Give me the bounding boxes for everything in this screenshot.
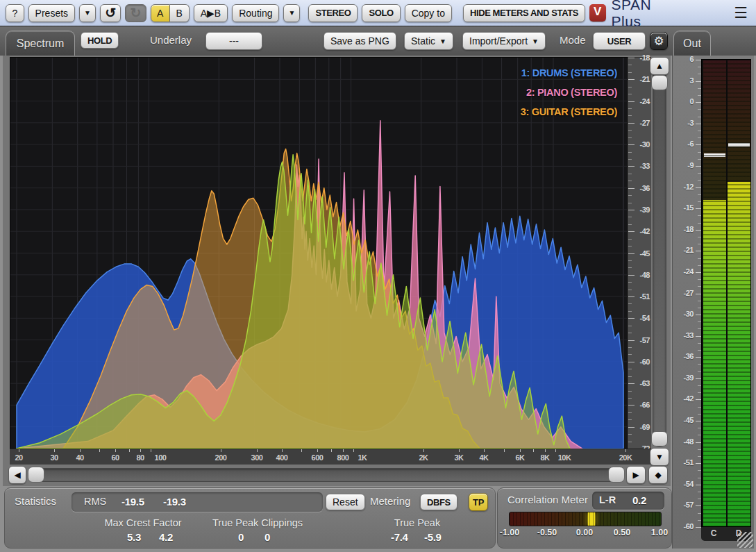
freq-tick — [221, 449, 221, 452]
rms-value-left: -19.5 — [121, 496, 144, 508]
stat-value: 0 — [264, 531, 270, 543]
correlation-title[interactable]: Correlation Meter — [507, 494, 588, 505]
import-export-dropdown[interactable]: Import/Export ▼ — [462, 32, 546, 50]
correlation-value: 0.2 — [632, 494, 646, 506]
help-button[interactable]: ? — [6, 4, 24, 22]
spectrum-plot[interactable]: 1: DRUMS (STEREO)2: PIANO (STEREO)3: GUI… — [10, 57, 628, 449]
undo-icon[interactable]: ↺ — [100, 4, 121, 22]
db-label: -45 — [632, 249, 650, 258]
voxengo-logo-icon: V — [589, 4, 606, 22]
hold-button[interactable]: HOLD — [81, 32, 119, 49]
controls-row: Spectrum HOLD Underlay --- Save as PNG S… — [0, 26, 756, 56]
db-tick — [628, 159, 632, 160]
routing-button[interactable]: Routing — [232, 4, 279, 22]
underlay-select[interactable]: --- — [205, 32, 262, 50]
tp-button[interactable]: TP — [469, 493, 488, 511]
db-tick — [628, 369, 632, 369]
meter-tick — [696, 336, 701, 337]
freq-label: 60 — [111, 453, 119, 462]
correlation-meter-bar — [509, 512, 662, 526]
meter-tick — [696, 187, 701, 188]
meter-label: -24 — [674, 267, 694, 276]
db-label: -66 — [632, 401, 650, 409]
stat-label: True Peak Clippings — [212, 517, 303, 528]
correlation-scale-label: 0.00 — [576, 528, 593, 537]
h-scrollbar-handle-right[interactable] — [608, 467, 625, 483]
dbfs-button[interactable]: DBFS — [420, 494, 457, 510]
db-label: -30 — [632, 140, 650, 149]
h-scrollbar-handle-left[interactable] — [28, 467, 44, 483]
meter-label: -12 — [674, 183, 694, 191]
db-tick — [628, 94, 632, 94]
db-tick — [628, 115, 632, 116]
tab-out[interactable]: Out — [673, 31, 711, 56]
db-tick — [628, 203, 632, 203]
presets-button[interactable]: Presets — [28, 4, 75, 22]
rms-label: RMS — [84, 496, 106, 507]
db-tick — [628, 290, 632, 290]
meter-label: -36 — [674, 352, 694, 360]
meter-label: -21 — [674, 246, 694, 254]
statistics-panel: Statistics RMS -19.5 -19.3 Reset Meterin… — [4, 487, 496, 549]
scroll-up-button[interactable]: ▲ — [650, 57, 669, 75]
routing-dropdown-arrow[interactable]: ▼ — [283, 4, 300, 22]
gear-icon[interactable]: ⚙ — [650, 32, 668, 50]
meter-tick — [696, 505, 701, 506]
db-tick — [628, 72, 632, 73]
freq-tick — [484, 449, 485, 452]
v-scrollbar-handle-bottom[interactable] — [651, 431, 668, 446]
meter-label: -3 — [674, 119, 694, 127]
meter-button-c[interactable]: C — [701, 527, 726, 541]
meter-tick — [696, 251, 701, 251]
legend-item-0: 1: DRUMS (STEREO) — [521, 63, 617, 83]
db-tick — [628, 217, 632, 217]
copy-to-button[interactable]: Copy to — [405, 4, 452, 22]
meter-tick — [696, 378, 701, 379]
v-scrollbar-track[interactable] — [653, 58, 666, 447]
redo-icon: ↻ — [125, 4, 146, 22]
freq-tick — [80, 449, 81, 452]
db-label: -39 — [632, 206, 650, 214]
scroll-right-button[interactable]: ▶ — [626, 466, 646, 484]
a-to-b-button[interactable]: A▶B — [194, 4, 228, 22]
tab-spectrum[interactable]: Spectrum — [6, 31, 75, 56]
resize-grip[interactable] — [737, 532, 753, 548]
ab-b-button[interactable]: B — [170, 4, 190, 22]
save-png-button[interactable]: Save as PNG — [324, 32, 396, 50]
solo-button[interactable]: SOLO — [362, 4, 400, 22]
ab-a-button[interactable]: A — [151, 4, 170, 22]
meter-tick — [696, 294, 701, 294]
freq-tick — [151, 449, 151, 452]
freq-tick — [282, 449, 283, 452]
v-scrollbar-handle-top[interactable] — [651, 75, 668, 90]
freq-label: 8K — [540, 453, 549, 462]
db-tick — [628, 65, 632, 65]
tab-statistics[interactable]: Statistics — [15, 495, 56, 507]
presets-dropdown-arrow[interactable]: ▼ — [79, 4, 96, 22]
correlation-scale-label: 0.50 — [614, 528, 630, 537]
h-scrollbar-track[interactable] — [28, 468, 625, 482]
db-tick — [628, 376, 632, 377]
reset-button[interactable]: Reset — [326, 494, 365, 510]
chevron-down-icon: ▼ — [439, 37, 446, 45]
freq-tick — [545, 449, 546, 452]
db-label: -57 — [632, 336, 650, 344]
scroll-down-button[interactable]: ▼ — [650, 448, 669, 466]
meter-label: -45 — [674, 416, 694, 424]
db-tick — [628, 354, 632, 355]
db-tick — [628, 87, 632, 87]
static-label: Static — [411, 35, 435, 47]
hide-meters-button[interactable]: HIDE METERS AND STATS — [463, 4, 585, 22]
meter-label: -60 — [674, 522, 694, 530]
freq-label: 4K — [479, 453, 488, 462]
mode-select[interactable]: USER — [593, 32, 646, 50]
scroll-left-button[interactable]: ◀ — [8, 466, 26, 484]
freq-tick — [19, 449, 19, 452]
menu-icon[interactable]: ☰ — [734, 4, 748, 22]
meter-tick — [696, 230, 701, 231]
freq-tick — [301, 449, 302, 452]
static-dropdown[interactable]: Static ▼ — [404, 32, 453, 50]
meter-tick — [696, 442, 701, 443]
scroll-reset-diamond-button[interactable]: ◆ — [648, 466, 668, 484]
stereo-button[interactable]: STEREO — [308, 4, 358, 22]
